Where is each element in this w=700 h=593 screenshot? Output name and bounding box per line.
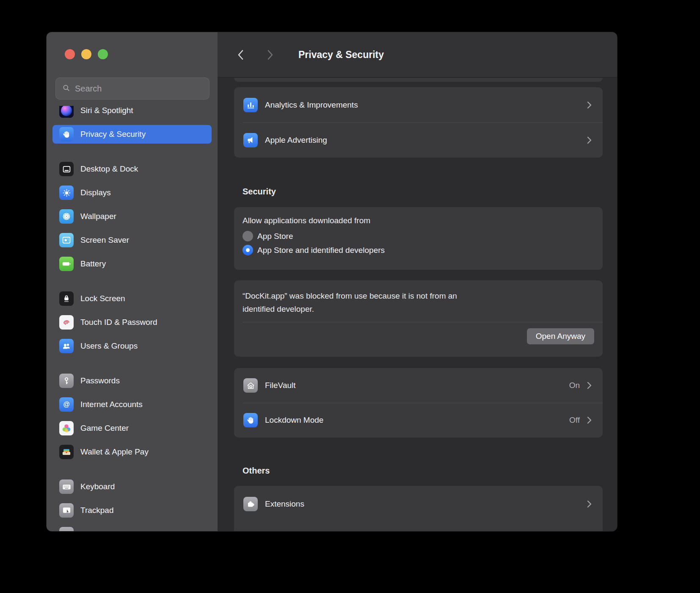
game-icon [59,421,74,435]
gatekeeper-card: Allow applications downloaded from App S… [234,207,603,270]
sidebar-item-label: Game Center [80,424,129,433]
sidebar-item-keyboard[interactable]: Keyboard [52,477,212,496]
back-button[interactable] [235,49,246,60]
sidebar: Search Siri & SpotlightPrivacy & Securit… [47,32,218,531]
sidebar-item-privacy-security[interactable]: Privacy & Security [52,125,212,144]
row-filevault[interactable]: FileVaultOn [234,368,603,403]
zoom-button[interactable] [98,49,108,59]
flower-icon [59,209,74,224]
sidebar-item-label: Displays [80,188,111,197]
search-icon [62,84,70,94]
close-button[interactable] [65,49,75,59]
row-apple-advertising[interactable]: Apple Advertising [234,122,603,158]
sidebar-item-wallpaper[interactable]: Wallpaper [52,207,212,226]
sidebar-item-lock-screen[interactable]: Lock Screen [52,289,212,308]
system-settings-window: Search Siri & SpotlightPrivacy & Securit… [47,32,617,531]
siri-icon [59,106,74,118]
dock-icon [59,162,74,176]
users-icon [59,339,74,353]
sidebar-item-passwords[interactable]: Passwords [52,371,212,390]
others-heading: Others [243,466,270,476]
page-title: Privacy & Security [298,32,384,77]
row-label: Apple Advertising [265,136,327,145]
sidebar-item-users-groups[interactable]: Users & Groups [52,337,212,355]
minimize-button[interactable] [81,49,91,59]
content-pane: Privacy & Security Analytics & Improveme… [218,32,617,531]
sidebar-item-label: Trackpad [80,506,114,515]
sun-icon [59,186,74,200]
partial-icon [59,527,74,531]
sidebar-item-label: Screen Saver [80,236,129,245]
wallet-icon [59,445,74,459]
sidebar-item-wallet-apple-pay[interactable]: Wallet & Apple Pay [52,443,212,461]
battery-icon [59,257,74,271]
allow-apps-label: Allow applications downloaded from [243,216,593,225]
sidebar-item-label: Users & Groups [80,341,138,351]
row-value: On [569,381,580,390]
chevron-right-icon [587,382,592,389]
privacy-links-card: Analytics & ImprovementsApple Advertisin… [234,87,603,158]
forward-button[interactable] [265,49,276,60]
radio-option-app-store-identified[interactable]: App Store and identified developers [243,245,593,255]
chevron-right-icon [587,101,592,109]
row-lockdown-mode[interactable]: Lockdown ModeOff [234,403,603,438]
blocked-app-card: “DocKit.app” was blocked from use becaus… [234,280,603,357]
keyboard-icon [59,479,74,494]
screensaver-icon [59,233,74,247]
lock-icon [59,291,74,306]
sidebar-item-desktop-dock[interactable]: Desktop & Dock [52,160,212,178]
svg-text:@: @ [63,401,69,408]
sidebar-item-touch-id-password[interactable]: Touch ID & Password [52,313,212,332]
privacy-hand-icon [59,127,74,141]
search-input[interactable]: Search [55,78,209,100]
chevron-right-icon [587,416,592,424]
filevault-lockdown-card: FileVaultOnLockdown ModeOff [234,368,603,438]
security-heading: Security [243,187,276,197]
sidebar-item-screen-saver[interactable]: Screen Saver [52,231,212,249]
at-icon: @ [59,397,74,412]
filevault-icon [243,378,258,393]
row-label: FileVault [265,381,296,390]
chevron-right-icon [587,136,592,144]
analytics-icon [243,98,258,112]
sidebar-item-label: Wallet & Apple Pay [80,447,149,457]
sidebar-item-internet-accounts[interactable]: @Internet Accounts [52,395,212,414]
desktop: { "colors": { "accent_blue": "#3e74e0", … [0,0,700,593]
sidebar-nav: Siri & SpotlightPrivacy & SecurityDeskto… [47,106,218,531]
others-card: Extensions [234,486,603,531]
sidebar-item-game-center[interactable]: Game Center [52,419,212,438]
radio-unselected-icon[interactable] [243,231,253,241]
chevron-right-icon [267,50,273,60]
sidebar-item-label: Siri & Spotlight [80,106,133,115]
key-icon [59,374,74,388]
open-anyway-button[interactable]: Open Anyway [527,328,594,344]
row-extensions[interactable]: Extensions [234,486,603,522]
sidebar-item-label: Lock Screen [80,294,125,303]
sidebar-item-label: Battery [80,259,106,269]
sidebar-item-trackpad[interactable]: Trackpad [52,501,212,520]
radio-selected-icon[interactable] [243,245,253,255]
row-analytics-improvements[interactable]: Analytics & Improvements [234,87,603,122]
sidebar-item-label: Desktop & Dock [80,164,138,174]
header: Privacy & Security [218,32,617,78]
chevron-left-icon [237,50,244,60]
scrolled-card-sliver [234,78,603,82]
radio-option-label: App Store and identified developers [257,246,385,255]
sidebar-item-battery[interactable]: Battery [52,255,212,273]
row-value: Off [569,416,580,425]
sidebar-item-label: Keyboard [80,482,115,491]
chevron-right-icon [587,500,592,508]
row-label: Analytics & Improvements [265,100,358,110]
search-placeholder: Search [75,84,102,94]
sidebar-item-displays[interactable]: Displays [52,183,212,202]
sidebar-item-siri-spotlight[interactable]: Siri & Spotlight [52,106,212,120]
sidebar-item-label: Touch ID & Password [80,318,157,327]
radio-option-app-store[interactable]: App Store [243,231,593,241]
row-label: Extensions [265,499,304,509]
sidebar-item-partial[interactable] [52,525,212,531]
lockdown-hand-icon [243,413,258,427]
sidebar-item-label: Wallpaper [80,212,116,221]
row-label: Lockdown Mode [265,416,323,425]
touchid-icon [59,315,74,330]
puzzle-icon [243,497,258,511]
